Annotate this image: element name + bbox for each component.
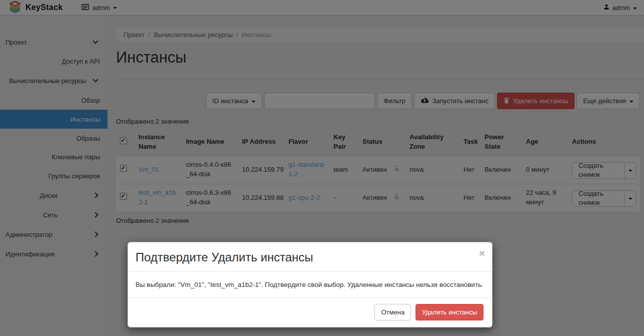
confirm-delete-modal: Подтвердите Удалить инстансы × Вы выбрал… (128, 242, 492, 327)
modal-footer: Отмена Удалить инстансы (128, 298, 492, 327)
modal-title: Подтвердите Удалить инстансы (136, 250, 484, 264)
modal-body-text: Вы выбрали: "Vm_01", "test_vm_a1b2-1". П… (128, 272, 492, 298)
cancel-button[interactable]: Отмена (374, 304, 411, 320)
close-icon[interactable]: × (479, 247, 485, 259)
modal-header: Подтвердите Удалить инстансы × (128, 242, 492, 272)
confirm-delete-button[interactable]: Удалить инстансы (416, 304, 484, 320)
